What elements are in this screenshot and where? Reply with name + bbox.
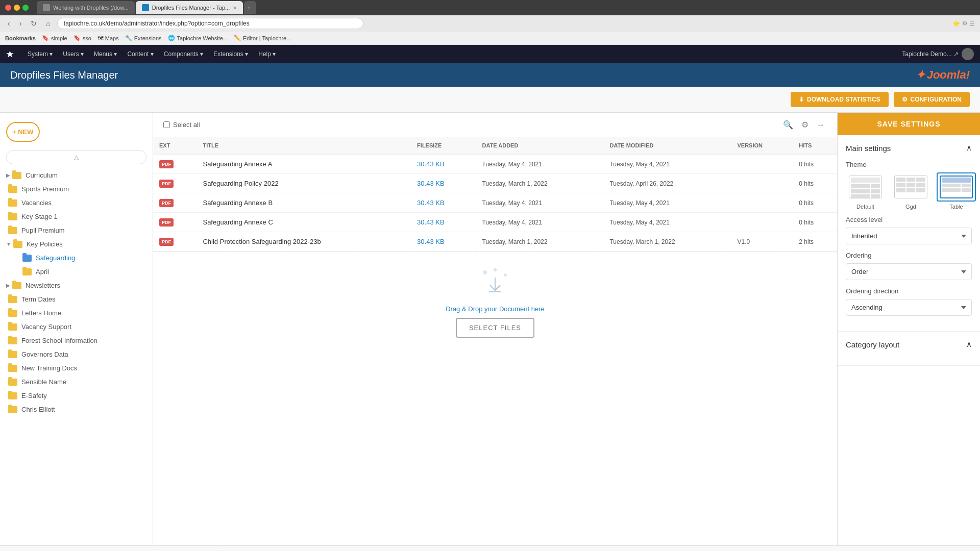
folder-icon	[8, 310, 17, 317]
bookmark-extensions[interactable]: 🔧 Extensions	[125, 35, 162, 41]
sidebar-item-safeguarding[interactable]: Safeguarding	[0, 251, 153, 265]
sidebar-item-e-safety[interactable]: E-Safety	[0, 389, 153, 403]
ordering-direction-wrapper: Ascending Descending	[846, 299, 972, 316]
search-button[interactable]: 🔍	[781, 118, 795, 132]
folder-icon	[8, 296, 17, 303]
theme-table-table	[940, 176, 973, 198]
bookmark-editor[interactable]: ✏️ Editor | Tapiochre...	[234, 35, 291, 41]
bookmark-tapiochre[interactable]: 🌐 Tapiochre Website...	[168, 35, 228, 41]
filesize-value: 30.43 KB	[417, 218, 445, 226]
theme-option-table[interactable]: Table	[937, 172, 976, 210]
sidebar-item-sensible-name[interactable]: Sensible Name	[0, 375, 153, 389]
download-statistics-button[interactable]: ⬇ DOWNLOAD STATISTICS	[791, 92, 889, 107]
ordering-wrapper: Order Title Date Added Date Modified	[846, 263, 972, 280]
cell-title: Safeguarding Annexe C	[197, 213, 411, 232]
collapse-icon[interactable]: ∧	[966, 340, 972, 349]
sidebar-item-chris-elliott[interactable]: Chris Elliott	[0, 403, 153, 416]
bookmark-sso[interactable]: 🔖 sso	[74, 35, 91, 41]
select-all-label[interactable]: Select all	[163, 121, 200, 129]
sidebar: + NEW △ ▶ Curriculum Sports Premium	[0, 113, 153, 545]
config-label: CONFIGURATION	[911, 96, 962, 103]
cell-date-added: Tuesday, March 1, 2022	[476, 174, 604, 193]
maximize-button[interactable]	[22, 5, 29, 11]
tab-close-icon[interactable]: ✕	[233, 5, 237, 11]
ordering-direction-select[interactable]: Ascending Descending	[846, 299, 972, 316]
browser-tabs: Working with Dropfiles (/dow... Dropfile…	[37, 1, 256, 14]
new-tab-button[interactable]: +	[244, 1, 256, 14]
nav-extensions[interactable]: Extensions ▾	[213, 51, 248, 58]
folder-icon	[13, 241, 22, 248]
category-layout-title: Category layout	[846, 340, 899, 349]
new-button[interactable]: + NEW	[6, 122, 40, 142]
nav-components[interactable]: Components ▾	[164, 51, 203, 58]
browser-tab-1[interactable]: Working with Dropfiles (/dow...	[37, 1, 135, 14]
home-button[interactable]: ⌂	[43, 18, 53, 29]
cell-filesize: 30.43 KB	[411, 213, 476, 232]
theme-option-default[interactable]: Default	[846, 172, 885, 210]
app-header: Dropfiles Files Manager ✦ Joomla!	[0, 63, 980, 87]
cell-hits: 0 hits	[793, 213, 837, 232]
access-level-wrapper: Inherited Public Registered Special	[846, 228, 972, 244]
bookmark-icon: 🌐	[168, 35, 175, 41]
col-title: TITLE	[197, 137, 411, 154]
nav-users[interactable]: Users ▾	[63, 51, 84, 58]
cell-hits: 2 hits	[793, 232, 837, 252]
sidebar-item-term-dates[interactable]: Term Dates	[0, 292, 153, 306]
sidebar-item-forest-school[interactable]: Forest School Information	[0, 334, 153, 347]
filesize-value: 30.43 KB	[417, 180, 445, 187]
collapse-icon[interactable]: ∧	[966, 143, 972, 153]
bookmark-maps[interactable]: 🗺 Maps	[97, 35, 119, 41]
filter-button[interactable]: ⚙	[799, 118, 811, 132]
nav-menus[interactable]: Menus ▾	[94, 51, 117, 58]
reload-button[interactable]: ↻	[28, 18, 39, 29]
sidebar-item-label: Forest School Information	[21, 337, 97, 344]
sidebar-item-april[interactable]: April	[0, 265, 153, 279]
nav-system[interactable]: System ▾	[28, 51, 53, 58]
cell-version: V1.0	[731, 232, 793, 252]
select-all-checkbox[interactable]	[163, 121, 170, 128]
folder-icon	[8, 337, 17, 344]
sidebar-item-vacancies[interactable]: Vacancies	[0, 196, 153, 210]
table-row: PDF Safeguarding Annexe B 30.43 KB Tuesd…	[153, 193, 837, 213]
configuration-button[interactable]: ⚙ CONFIGURATION	[894, 92, 970, 107]
sidebar-item-sports-premium[interactable]: Sports Premium	[0, 182, 153, 196]
browser-tab-2[interactable]: Dropfiles Files Manager - Tap... ✕	[136, 1, 243, 14]
upload-icon	[480, 267, 510, 300]
theme-ggd-label: Ggd	[905, 204, 916, 210]
select-files-button[interactable]: SELECT FILES	[456, 318, 534, 338]
user-label[interactable]: Tapiochre Demo... ↗	[902, 51, 959, 58]
sidebar-item-letters-home[interactable]: Letters Home	[0, 306, 153, 320]
main-settings-title: Main settings	[846, 144, 891, 153]
minimize-button[interactable]	[14, 5, 20, 11]
forward-button[interactable]: ›	[17, 18, 24, 29]
folder-icon	[8, 323, 17, 331]
sidebar-item-new-training-docs[interactable]: New Training Docs	[0, 361, 153, 375]
sidebar-item-newsletters[interactable]: ▶ Newsletters	[0, 279, 153, 292]
sidebar-item-key-stage-1[interactable]: Key Stage 1	[0, 210, 153, 223]
user-avatar[interactable]	[962, 48, 974, 60]
back-button[interactable]: ‹	[5, 18, 13, 29]
folder-icon	[8, 186, 17, 193]
export-button[interactable]: →	[815, 118, 827, 132]
save-settings-button[interactable]: SAVE SETTINGS	[838, 113, 980, 135]
access-level-select[interactable]: Inherited Public Registered Special	[846, 228, 972, 244]
nav-content[interactable]: Content ▾	[127, 51, 153, 58]
sidebar-item-pupil-premium[interactable]: Pupil Premium	[0, 223, 153, 237]
theme-option-ggd[interactable]: Ggd	[891, 172, 930, 210]
sidebar-item-governors-data[interactable]: Governors Data	[0, 347, 153, 361]
sidebar-item-label: Vacancies	[21, 199, 52, 207]
search-box[interactable]: △	[6, 150, 146, 164]
nav-help[interactable]: Help ▾	[258, 51, 276, 58]
ext-badge: PDF	[159, 218, 174, 227]
sidebar-item-vacancy-support[interactable]: Vacancy Support	[0, 320, 153, 334]
joomla-brand-text: Joomla!	[927, 68, 970, 82]
sidebar-item-key-policies[interactable]: ▼ Key Policies	[0, 237, 153, 251]
bookmark-icon: 🗺	[97, 35, 103, 41]
filesize-value: 30.43 KB	[417, 199, 445, 207]
folder-icon	[8, 406, 17, 413]
address-input[interactable]	[57, 18, 363, 29]
close-button[interactable]	[5, 5, 11, 11]
bookmark-simple[interactable]: 🔖 simple	[42, 35, 67, 41]
ordering-select[interactable]: Order Title Date Added Date Modified	[846, 263, 972, 280]
sidebar-item-curriculum[interactable]: ▶ Curriculum	[0, 168, 153, 182]
